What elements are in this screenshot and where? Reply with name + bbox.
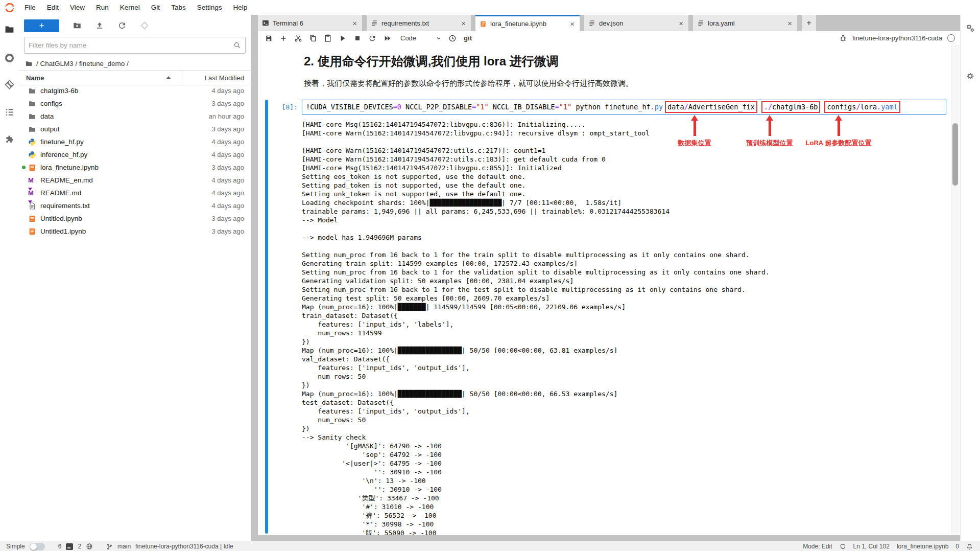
kernel-status-circle-icon[interactable] <box>947 34 955 42</box>
running-sessions-icon[interactable] <box>4 53 15 63</box>
python-file-icon <box>28 151 36 159</box>
add-cell-icon[interactable] <box>279 34 288 42</box>
file-row-untitled-ipynb[interactable]: Untitled.ipynb 3 days ago <box>19 212 251 225</box>
close-tab-icon[interactable]: × <box>569 19 576 28</box>
terminal-count[interactable]: 2 <box>78 543 81 550</box>
terminal-icon <box>262 19 269 27</box>
kernel-session-status[interactable]: finetune-lora-python3116-cuda | Idle <box>135 543 233 550</box>
file-row-readme-md[interactable]: M README.md 4 days ago <box>19 187 251 199</box>
notebook-file-icon <box>28 227 36 236</box>
close-tab-icon[interactable]: × <box>460 19 467 28</box>
code-line[interactable]: !CUDA_VISIBLE_DEVICES=0 NCCL_P2P_DISABLE… <box>302 101 902 113</box>
simple-mode-label: Simple <box>6 543 25 550</box>
file-row-lora-finetune-ipynb[interactable]: lora_finetune.ipynb 3 days ago <box>19 161 251 174</box>
menu-help[interactable]: Help <box>227 0 253 15</box>
tab-dev-json[interactable]: dev.json × <box>584 15 688 31</box>
menu-view[interactable]: View <box>64 0 90 15</box>
annotated-arg-dataset: data/AdvertiseGen_fix <box>665 101 757 113</box>
panel-splitter[interactable] <box>251 15 258 541</box>
markdown-heading: 2. 使用命令行开始微调,我们使用 lora 进行微调 <box>304 53 559 70</box>
debugger-bug-icon[interactable] <box>839 34 847 42</box>
kernel-count[interactable]: 6 <box>58 543 62 550</box>
terminal-icon[interactable] <box>66 543 73 550</box>
trust-shield-icon <box>840 543 846 550</box>
tab-lora-finetune-ipynb[interactable]: lora_finetune.ipynb × <box>475 15 580 31</box>
file-row-output[interactable]: output 3 days ago <box>19 123 251 135</box>
code-cell-editor[interactable]: !CUDA_VISIBLE_DEVICES=0 NCCL_P2P_DISABLE… <box>302 100 946 114</box>
file-row-untitled1-ipynb[interactable]: Untitled1.ipynb 3 days ago <box>19 225 251 238</box>
add-tab-button[interactable]: + <box>802 15 816 31</box>
vertical-scrollbar[interactable] <box>951 45 960 535</box>
column-header-modified[interactable]: Last Modified <box>205 74 244 82</box>
text-editor-icon <box>588 19 595 27</box>
run-cell-icon[interactable] <box>339 34 347 42</box>
save-icon[interactable] <box>265 34 273 42</box>
column-header-name[interactable]: Name <box>19 74 44 82</box>
menu-git[interactable]: Git <box>146 0 165 15</box>
git-branch-name[interactable]: main <box>117 543 131 550</box>
markdown-file-icon: M <box>28 189 36 197</box>
tab-terminal-6[interactable]: Terminal 6 × <box>258 15 362 31</box>
file-row-data[interactable]: data an hour ago <box>19 110 251 123</box>
scrollbar-thumb[interactable] <box>952 123 958 186</box>
refresh-icon[interactable] <box>117 21 127 30</box>
python-file-icon <box>28 138 36 146</box>
cut-cell-icon[interactable] <box>294 34 302 42</box>
app-logo-icon <box>0 2 19 13</box>
search-icon <box>233 41 241 49</box>
restart-kernel-icon[interactable] <box>368 34 376 42</box>
menu-tabs[interactable]: Tabs <box>165 0 192 15</box>
extensions-icon[interactable] <box>4 134 15 145</box>
text-file-icon <box>28 202 36 210</box>
active-cell-collapser[interactable] <box>265 100 268 534</box>
git-panel-icon[interactable] <box>4 79 15 90</box>
copy-cell-icon[interactable] <box>309 34 317 42</box>
notification-count[interactable]: 0 <box>955 543 959 550</box>
restart-run-all-icon[interactable] <box>383 34 392 42</box>
simple-mode-toggle[interactable] <box>30 543 45 550</box>
git-branch-icon[interactable] <box>106 543 113 550</box>
stop-kernel-icon[interactable] <box>353 34 362 42</box>
menu-kernel[interactable]: Kernel <box>114 0 146 15</box>
new-launcher-button[interactable]: + <box>24 19 59 32</box>
notebook-toolbar: Code git finetune-lora-python3116-cuda <box>258 31 960 45</box>
breadcrumb-path[interactable]: / ChatGLM3 / finetune_demo / <box>36 60 129 67</box>
menu-edit[interactable]: Edit <box>41 0 64 15</box>
file-row-requirements-txt[interactable]: requirements.txt 4 days ago <box>19 199 251 212</box>
menu-settings[interactable]: Settings <box>192 0 228 15</box>
bell-icon[interactable] <box>966 543 973 550</box>
cursor-position[interactable]: Ln 1, Col 102 <box>853 543 890 550</box>
new-folder-icon[interactable] <box>73 21 82 30</box>
cell-type-dropdown[interactable]: Code <box>400 34 416 42</box>
menu-run[interactable]: Run <box>90 0 114 15</box>
git-toolbar-button[interactable]: git <box>464 34 472 42</box>
tab-requirements-txt[interactable]: requirements.txt × <box>367 15 471 31</box>
execution-time-icon[interactable] <box>448 34 457 42</box>
tab-lora-yaml[interactable]: lora.yaml × <box>693 15 797 31</box>
upload-icon[interactable] <box>95 21 104 30</box>
filter-files-box <box>24 37 246 54</box>
menu-file[interactable]: File <box>19 0 41 15</box>
file-row-configs[interactable]: configs 3 days ago <box>19 97 251 110</box>
file-row-inference-hf-py[interactable]: inference_hf.py 4 days ago <box>19 148 251 161</box>
left-activity-bar <box>0 15 19 541</box>
paste-cell-icon[interactable] <box>324 34 332 42</box>
close-tab-icon[interactable]: × <box>786 19 793 28</box>
close-tab-icon[interactable]: × <box>678 19 684 28</box>
file-row-chatglm3-6b[interactable]: chatglm3-6b 4 days ago <box>19 84 251 97</box>
breadcrumb[interactable]: / ChatGLM3 / finetune_demo / <box>25 58 129 69</box>
property-inspector-gears-icon[interactable] <box>965 23 975 33</box>
file-row-readme-en-md[interactable]: M README_en.md 4 days ago <box>19 174 251 187</box>
command-mode-indicator[interactable]: Mode: Edit <box>803 543 832 550</box>
folder-icon <box>28 100 36 108</box>
kernel-name-label[interactable]: finetune-lora-python3116-cuda <box>852 34 942 42</box>
language-globe-icon[interactable] <box>86 543 93 550</box>
table-of-contents-icon[interactable] <box>4 107 15 118</box>
file-browser-icon[interactable] <box>4 24 15 35</box>
file-row-finetune-hf-py[interactable]: finetune_hf.py 4 days ago <box>19 135 251 148</box>
gear-icon[interactable] <box>965 71 975 81</box>
chevron-down-icon[interactable] <box>436 35 442 41</box>
dock-tab-bar: Terminal 6 × requirements.txt × lora_fin… <box>258 15 960 31</box>
close-tab-icon[interactable]: × <box>351 19 358 28</box>
filter-files-input[interactable] <box>25 41 233 49</box>
